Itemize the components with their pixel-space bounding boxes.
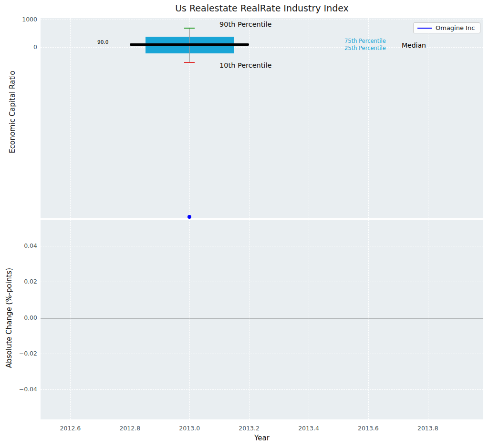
annotation-75th-percentile: 75th Percentile	[344, 38, 386, 44]
annotation-median-value: 90.0	[97, 39, 108, 45]
chart-title: Us Realestate RealRate Industry Index	[41, 3, 483, 13]
legend-label: Omagine Inc	[436, 24, 475, 31]
y-tick-label: 0	[18, 43, 37, 51]
horizontal-gridline	[41, 282, 483, 282]
y-tick-label: 1000	[18, 16, 37, 23]
x-tick-label: 2013.2	[235, 425, 263, 432]
vertical-gridline	[249, 18, 250, 218]
annotation-25th-percentile: 25th Percentile	[344, 45, 386, 51]
x-tick-label: 2013.6	[354, 425, 383, 432]
annotation-90th-percentile: 90th Percentile	[219, 20, 271, 28]
legend-line-icon	[417, 28, 432, 29]
x-tick-label: 2012.8	[115, 425, 144, 432]
x-tick-label: 2013.0	[175, 425, 204, 432]
whisker-cap-90th	[184, 28, 195, 29]
bottom-y-axis-label: Absolute Change (%-points)	[5, 268, 13, 368]
y-tick-label: 0.00	[18, 314, 37, 322]
vertical-gridline	[70, 18, 71, 218]
x-tick-label: 2013.8	[414, 425, 442, 432]
vertical-gridline	[130, 18, 130, 218]
y-tick-label: 0.02	[18, 278, 37, 285]
zero-line	[41, 318, 483, 318]
figure: Us Realestate RealRate Industry Index Ec…	[0, 0, 489, 448]
y-tick-label: −0.02	[18, 350, 37, 357]
horizontal-gridline	[41, 246, 483, 246]
horizontal-gridline	[41, 354, 483, 354]
horizontal-gridline	[41, 20, 483, 20]
y-tick-label: 0.04	[18, 242, 37, 250]
whisker-cap-10th	[184, 62, 195, 63]
top-y-axis-label: Economic Capital Ratio	[8, 71, 17, 153]
legend: Omagine Inc	[413, 22, 480, 33]
x-tick-label: 2012.6	[56, 425, 84, 432]
horizontal-gridline	[41, 389, 483, 390]
annotation-median: Median	[402, 41, 426, 49]
x-axis-label: Year	[41, 434, 483, 442]
vertical-gridline	[309, 18, 309, 218]
x-tick-label: 2013.4	[294, 425, 323, 432]
median-line	[130, 43, 249, 46]
annotation-10th-percentile: 10th Percentile	[219, 61, 271, 69]
y-tick-label: −0.04	[18, 386, 37, 393]
vertical-gridline	[428, 18, 428, 218]
